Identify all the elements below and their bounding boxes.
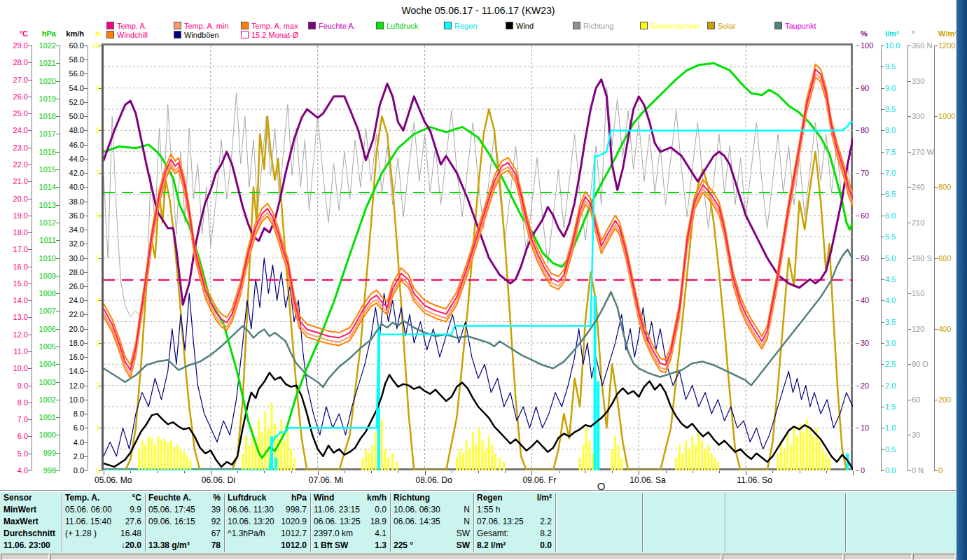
tick-label-: 240 [912,183,924,191]
cell-value: N [464,504,470,516]
tick-mark [56,81,60,82]
cell-value: 39 [211,504,221,516]
tick-mark [907,364,911,365]
tick-mark [99,428,102,428]
tick-mark [881,130,884,131]
tick-label-: 150 [912,290,924,298]
legend-label: Temp. A. max [251,22,298,30]
axis-unit-hpa: hPa [31,29,56,38]
cell-left: 06.06. 13:25 [314,516,361,528]
tick-mark [934,46,938,46]
table-row: 1:55 h [473,504,555,516]
tick-label-l-m: 8.0 [885,127,896,134]
tick-label-: 30 [861,340,869,347]
tick-label-h: 10 [72,42,100,50]
table-row: ↓20.0 [62,540,145,552]
legend-item-wind: Wind [506,22,534,30]
x-tick-mark [772,471,773,473]
tick-mark [84,272,88,273]
tick-label-km-h: 44.0 [56,155,84,163]
tick-mark [881,194,884,195]
legend-item-luftdruck: Luftdruck [376,22,418,30]
tick-label-c: 21.0 [0,178,28,186]
x-label-07-06-mi: 07.06. Mi [309,475,343,485]
tick-mark [99,88,102,89]
tick-label-km-h: 56.0 [56,70,84,78]
table-row: 10.06. 13:201020.9 [224,516,310,528]
tick-label-c: 9.0 [0,382,28,390]
tick-mark [907,187,911,188]
x-tick-mark [639,471,639,475]
tick-label-l-m: 10.0 [885,42,900,50]
legend-swatch-wind-icon [506,22,513,29]
tick-mark [934,258,938,259]
tick-label-: 80 [861,127,869,134]
tick-label-h: 9 [72,85,100,92]
axis-unit-w-m: W/m² [938,29,957,38]
tick-label-hpa: 998 [28,467,56,475]
tick-label-hpa: 1004 [28,360,56,368]
tick-label-c: 23.0 [0,144,28,152]
status-panel-2 [723,554,843,560]
tick-mark [28,368,32,369]
tick-mark [56,435,60,435]
tick-mark [907,470,911,471]
cell-value: 1.3 [375,540,387,552]
tick-mark [99,216,102,216]
cell-value: 78 [211,540,221,552]
x-label-09-06-fr: 09.06. Fr [522,475,556,485]
tick-label-km-h: 20.0 [56,326,84,333]
tick-label-hpa: 1007 [28,307,56,315]
legend-label: Temp. A. min [184,22,229,30]
cell-value: 9.9 [130,504,141,516]
tick-label-hpa: 1018 [28,113,56,120]
tick-mark [907,258,911,259]
tick-mark [881,449,884,450]
tick-label-l-m: 3.0 [885,340,896,347]
x-label-06-06-di: 06.06. Di [202,475,235,485]
tick-mark [907,400,911,400]
table-row [725,504,845,516]
legend-label: Luftdruck [387,22,418,30]
axis-unit-h: h [75,29,100,38]
tick-mark [856,343,859,344]
tick-mark [84,74,88,74]
tick-mark [856,428,859,428]
table-row [642,516,725,528]
tick-label-: 60 [861,212,869,220]
cell-left: 1:55 h [477,504,500,516]
legend-label: Windböen [184,31,219,39]
x-tick-mark [531,471,532,475]
table-row [642,540,725,552]
x-tick-mark [666,471,667,473]
tick-label-: 10 [861,424,869,432]
cell-left: (+ 1.28 ) [65,528,97,540]
cell-value: 1020.9 [281,516,307,528]
tick-label-c: 10.0 [0,365,28,372]
x-label-05-06-mo: 05.06. Mo [95,475,132,485]
tick-mark [907,46,911,46]
tick-label-c: 24.0 [0,127,28,134]
series-solar [104,109,853,470]
tick-label-c: 14.0 [0,297,28,304]
tick-label-hpa: 1016 [28,148,56,156]
table-row: (+ 1.28 )16.48 [62,528,145,540]
tick-mark [907,152,911,153]
legend-label: Wind [516,22,534,30]
cell-left: 11.06. 15:40 [65,516,111,528]
table-row: SW [390,528,473,540]
legend-label: Regen [454,22,477,30]
table-column-feuchte-a: Feuchte A.%05.06. 17:453909.06. 16:15926… [145,492,224,553]
tick-mark [28,249,32,250]
table-row: 09.06. 16:1592 [145,516,224,528]
sensor-unit: °C [132,492,141,504]
tick-mark [934,400,938,400]
chart-title: Woche 05.06.17 - 11.06.17 (KW23) [0,5,956,16]
tick-label-hpa: 1017 [28,130,56,138]
tick-mark [84,442,88,443]
tick-mark [84,357,88,358]
tick-label-hpa: 1008 [28,290,56,298]
tick-mark [84,400,88,400]
sensor-name: Richtung [394,492,430,504]
x-label-11-06-so: 11.06. So [737,475,772,485]
